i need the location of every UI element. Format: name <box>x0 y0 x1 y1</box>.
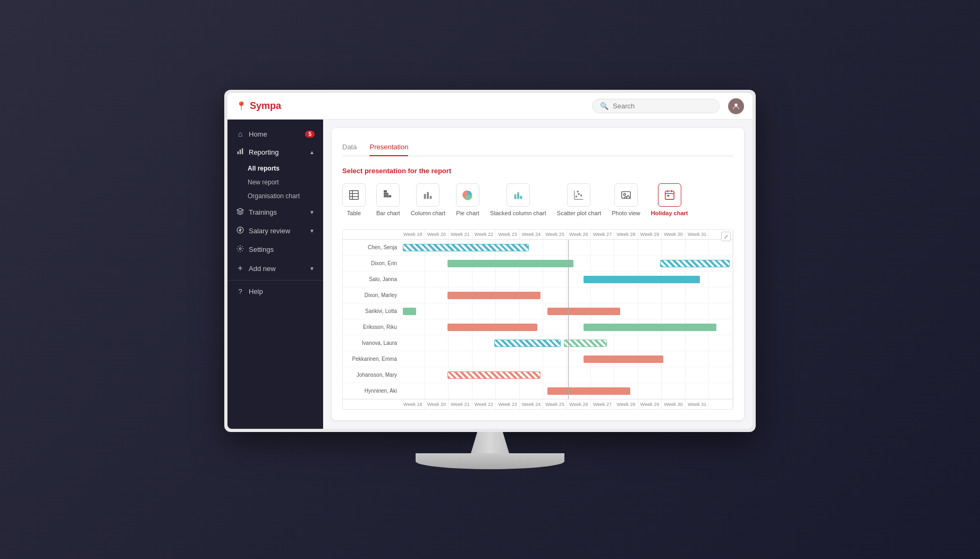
week-footer-col: Week 27 <box>591 400 615 409</box>
week-footer-col: Week 26 <box>567 400 591 409</box>
gantt-track <box>401 335 733 351</box>
week-footer-col: Week 30 <box>662 400 686 409</box>
svg-rect-12 <box>384 191 387 192</box>
gantt-track <box>401 351 733 367</box>
svg-rect-13 <box>424 194 426 199</box>
sidebar-reporting-label: Reporting <box>249 148 305 156</box>
svg-point-28 <box>623 193 626 196</box>
gantt-track <box>401 367 733 383</box>
stacked-chart-label: Stacked column chart <box>490 210 546 216</box>
pie-chart-icon <box>456 183 479 207</box>
salary-chevron: ▼ <box>309 228 315 234</box>
sidebar-org-chart[interactable]: Organisation chart <box>248 189 323 203</box>
sidebar-reporting-sub: All reports New report Organisation char… <box>227 162 323 203</box>
sidebar-item-trainings[interactable]: Trainings ▼ <box>227 203 323 222</box>
content-area: Data Presentation Select presentation fo… <box>323 120 753 429</box>
svg-rect-3 <box>242 148 243 154</box>
gantt-name: Hynninen, Aki <box>343 388 401 394</box>
week-col: Week 23 <box>496 230 520 239</box>
trainings-icon <box>236 208 244 217</box>
sidebar-item-help[interactable]: ? Help <box>227 283 323 300</box>
bar-chart-icon <box>376 183 400 207</box>
week-col: Week 30 <box>662 230 686 239</box>
chart-type-table[interactable]: Table <box>342 183 366 216</box>
week-col: Week 20 <box>425 230 449 239</box>
content-panel: Data Presentation Select presentation fo… <box>332 128 744 420</box>
chart-type-holiday[interactable]: Holiday chart <box>651 183 688 216</box>
gantt-row: Salo, Janna <box>343 272 733 287</box>
scatter-chart-label: Scatter plot chart <box>557 210 601 216</box>
gantt-track <box>401 272 733 287</box>
sidebar-item-reporting[interactable]: Reporting ▲ <box>227 143 323 162</box>
svg-rect-10 <box>384 193 388 194</box>
svg-rect-33 <box>667 195 669 197</box>
chart-type-stacked[interactable]: Stacked column chart <box>490 183 546 216</box>
gantt-row: Pekkarinen, Emma <box>343 351 733 367</box>
svg-rect-11 <box>384 196 391 197</box>
help-icon: ? <box>236 287 244 295</box>
chart-type-scatter[interactable]: Scatter plot chart <box>557 183 601 216</box>
week-col: Week 27 <box>591 230 615 239</box>
svg-rect-18 <box>517 194 519 199</box>
sidebar-item-salary-review[interactable]: Salary review ▼ <box>227 222 323 240</box>
sidebar-item-settings[interactable]: Settings <box>227 240 323 259</box>
expand-button[interactable]: ⤢ <box>721 232 731 241</box>
search-input[interactable] <box>613 102 712 110</box>
gantt-track <box>401 240 733 255</box>
gantt-track <box>401 287 733 303</box>
logo: 📍 Sympa <box>236 100 281 112</box>
gantt-name: Sarikivi, Lotta <box>343 308 401 314</box>
svg-point-21 <box>576 196 578 198</box>
bar-chart-label: Bar chart <box>376 210 400 216</box>
sidebar-item-home[interactable]: ⌂ Home 5 <box>227 125 323 143</box>
week-footer-col: Week 31 <box>686 400 709 409</box>
gantt-row: Sarikivi, Lotta <box>343 303 733 319</box>
reporting-chevron: ▲ <box>309 149 315 155</box>
sidebar-help-label: Help <box>249 287 315 295</box>
sidebar-new-report[interactable]: New report <box>248 175 323 189</box>
gantt-weeks-footer: Week 18 Week 20 Week 21 Week 22 Week 23 … <box>401 400 733 409</box>
home-badge: 5 <box>305 131 315 138</box>
gantt-row: Eriksson, Riku <box>343 319 733 335</box>
week-col: Week 26 <box>567 230 591 239</box>
chart-type-pie[interactable]: Pie chart <box>456 183 479 216</box>
holiday-chart-icon <box>658 183 681 207</box>
week-footer-col: Week 28 <box>614 400 638 409</box>
photo-view-label: Photo view <box>612 210 640 216</box>
sidebar-all-reports[interactable]: All reports <box>248 162 323 175</box>
tabs: Data Presentation <box>342 139 733 156</box>
table-icon <box>342 183 366 207</box>
search-icon: 🔍 <box>600 102 609 110</box>
chart-type-bar[interactable]: Bar chart <box>376 183 400 216</box>
avatar[interactable] <box>728 98 744 114</box>
week-col: Week 31 <box>686 230 709 239</box>
svg-rect-15 <box>430 196 432 199</box>
gantt-name: Salo, Janna <box>343 276 401 282</box>
svg-rect-17 <box>514 194 517 196</box>
stand-neck <box>458 432 522 453</box>
svg-point-24 <box>577 191 579 193</box>
scatter-chart-icon <box>567 183 590 207</box>
home-icon: ⌂ <box>236 130 244 138</box>
search-bar[interactable]: 🔍 <box>592 99 720 113</box>
reporting-icon <box>236 148 244 157</box>
week-footer-col: Week 25 <box>543 400 567 409</box>
svg-point-22 <box>578 193 580 195</box>
svg-rect-16 <box>514 196 517 199</box>
sidebar-addnew-label: Add new <box>249 265 305 273</box>
gantt-name: Chen, Senja <box>343 244 401 250</box>
week-footer-col: Week 22 <box>472 400 496 409</box>
salary-icon <box>236 226 244 235</box>
sidebar-item-add-new[interactable]: + Add new ▼ <box>227 259 323 278</box>
week-footer-col: Week 20 <box>425 400 449 409</box>
tab-data[interactable]: Data <box>342 139 357 156</box>
week-footer-col: Week 29 <box>638 400 662 409</box>
chart-type-photo[interactable]: Photo view <box>612 183 640 216</box>
chart-type-column[interactable]: Column chart <box>411 183 445 216</box>
tab-presentation[interactable]: Presentation <box>369 139 408 156</box>
gantt-row: Dixon, Marley <box>343 287 733 303</box>
gantt-name: Ivanova, Laura <box>343 340 401 346</box>
gantt-row: Johansson, Mary <box>343 367 733 383</box>
logo-icon: 📍 <box>236 101 247 111</box>
trainings-chevron: ▼ <box>309 209 315 215</box>
